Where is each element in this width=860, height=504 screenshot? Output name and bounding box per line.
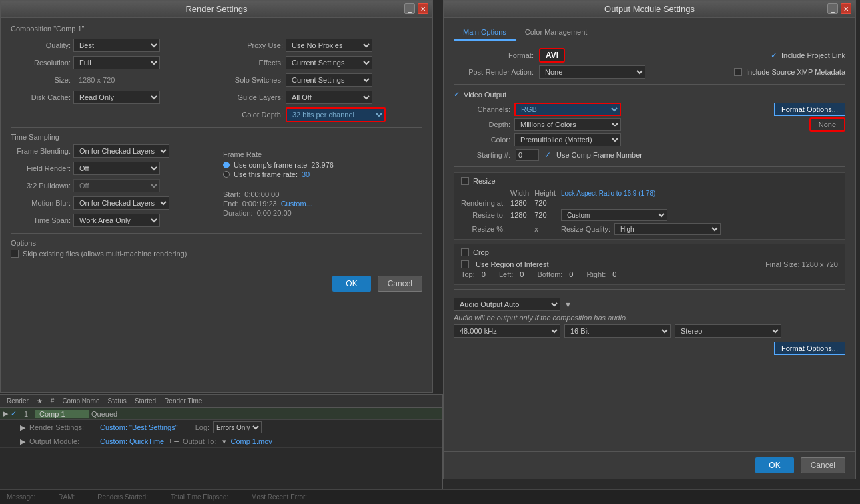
om-video-output-header: ✓ Video Output [454, 90, 845, 99]
output-module-title: Output Module Settings [604, 4, 695, 14]
render-settings-minimize-button[interactable]: _ [404, 3, 415, 14]
rs-options-title: Options [11, 239, 422, 247]
rs-pulldown-label: 3:2 Pulldown: [11, 182, 71, 190]
rq-col-render[interactable]: Render [3, 396, 33, 406]
rs-ok-button[interactable]: OK [332, 276, 370, 292]
om-video-output-label: Video Output [464, 91, 506, 99]
render-settings-dialog: Render Settings _ ✕ Composition "Comp 1"… [0, 0, 433, 393]
rq-col-started[interactable]: Started [131, 396, 160, 406]
rs-proxy-select[interactable]: Use No Proxies [286, 39, 372, 52]
om-tab-main[interactable]: Main Options [454, 25, 516, 41]
rq-output-value[interactable]: Custom: QuickTime [100, 437, 164, 445]
rs-timespan-label: Time Span: [11, 216, 71, 224]
om-resize-quality-select[interactable]: High [614, 223, 721, 235]
rs-fieldrender-select[interactable]: Off [73, 162, 160, 175]
rs-colordepth-select[interactable]: 32 bits per channel [286, 107, 386, 122]
om-color-select[interactable]: Premultiplied (Matted) [514, 133, 621, 146]
om-resize-checkbox[interactable] [461, 177, 469, 185]
om-resize-custom-select[interactable]: Custom [561, 209, 667, 221]
rq-output-to-arrow: ▾ [222, 437, 226, 446]
rs-use-comps-fps-radio[interactable] [223, 162, 230, 168]
rq-started-dash: – [141, 410, 145, 418]
rs-resolution-select[interactable]: Full [73, 56, 160, 69]
om-audio-auto-select[interactable]: Audio Output Auto [454, 298, 560, 311]
rs-motionblur-select[interactable]: On for Checked Layers [73, 196, 169, 210]
om-tab-color[interactable]: Color Management [516, 25, 597, 41]
rq-output-file[interactable]: Comp 1.mov [230, 437, 272, 445]
rq-col-star: ★ [33, 396, 47, 406]
rs-guide-label: Guide Layers: [223, 93, 283, 101]
om-ok-button[interactable]: OK [755, 457, 793, 473]
output-module-titlebar: Output Module Settings _ ✕ [444, 1, 855, 18]
om-roi-label: Use Region of Interest [476, 260, 548, 268]
rq-comp-name[interactable]: Comp 1 [35, 410, 89, 418]
rs-end-val: 0:00:19:23 [242, 200, 277, 208]
om-use-comp-frame-label: Use Comp Frame Number [556, 151, 642, 159]
rs-use-comps-fps-row[interactable]: Use comp's frame rate 23.976 [223, 161, 422, 169]
rs-use-this-fps-row[interactable]: Use this frame rate: 30 [223, 170, 422, 178]
rs-this-fps-val[interactable]: 30 [302, 170, 310, 178]
om-resize-quality-label: Resize Quality: [561, 225, 610, 233]
rs-frameblending-select[interactable]: On for Checked Layers [73, 144, 169, 158]
rs-effects-row: Effects: Current Settings [223, 55, 422, 70]
om-resize-x: x [534, 225, 556, 233]
rs-pulldown-select[interactable]: Off [73, 179, 160, 192]
render-settings-close-button[interactable]: ✕ [418, 3, 428, 14]
om-resize-label: Resize [473, 177, 496, 185]
rq-col-compname[interactable]: Comp Name [58, 396, 103, 406]
om-channels-select[interactable]: RGB [514, 103, 621, 116]
output-module-close-button[interactable]: ✕ [841, 3, 851, 14]
rq-settings-expand[interactable]: ▶ [20, 423, 25, 432]
rs-quality-select[interactable]: Best [73, 39, 160, 52]
rq-col-status[interactable]: Status [104, 396, 131, 406]
om-depth-select[interactable]: Millions of Colors [514, 118, 621, 131]
om-audio-dropdown-icon[interactable]: ▾ [566, 299, 570, 310]
rq-col-num[interactable]: # [47, 396, 59, 406]
om-rendering-w: 1280 [510, 199, 529, 207]
om-rendering-h: 720 [534, 199, 556, 207]
rq-log-select[interactable]: Errors Only [213, 421, 262, 433]
om-cancel-button[interactable]: Cancel [801, 457, 845, 473]
om-format-label: Format: [454, 51, 534, 59]
rs-diskcache-select[interactable]: Read Only [73, 91, 160, 104]
om-resize-section: Resize Width Height Lock Aspect Ratio to… [454, 172, 845, 240]
rs-timespan-select[interactable]: Work Area Only [73, 214, 160, 227]
om-format-options-button[interactable]: Format Options... [774, 103, 845, 116]
om-audio-channels-select[interactable]: Stereo [675, 324, 781, 338]
om-bottom-val: 0 [569, 270, 573, 278]
rs-guide-row: Guide Layers: All Off [223, 90, 422, 105]
rs-effects-label: Effects: [223, 59, 283, 67]
rq-expand-icon[interactable]: ▶ [3, 409, 8, 418]
om-audio-format-options-button[interactable]: Format Options... [774, 342, 845, 355]
rq-log-label: Log: [195, 423, 209, 431]
rq-check-icon[interactable]: ✓ [11, 409, 17, 418]
rs-skip-existing-checkbox[interactable] [11, 250, 19, 258]
om-depth-row: Depth: Millions of Colors None [454, 118, 845, 131]
output-module-minimize-button[interactable]: _ [827, 3, 838, 14]
rs-framerate-title: Frame Rate [223, 150, 422, 158]
rs-skip-existing-row: Skip existing files (allows multi-machin… [11, 250, 422, 258]
om-crop-section: Crop Use Region of Interest Final Size: … [454, 244, 845, 285]
rq-output-expand[interactable]: ▶ [20, 437, 25, 446]
rs-effects-select[interactable]: Current Settings [286, 56, 372, 69]
rs-guide-select[interactable]: All Off [286, 91, 372, 104]
om-audio-hz-select[interactable]: 48.000 kHz [454, 324, 560, 338]
om-include-xmp-checkbox[interactable] [734, 68, 742, 76]
rs-use-this-fps-radio[interactable] [223, 171, 230, 178]
render-settings-title: Render Settings [185, 4, 247, 14]
om-postrender-select[interactable]: None [539, 65, 645, 79]
rq-plus-button[interactable]: + [168, 437, 173, 446]
om-roi-checkbox[interactable] [461, 260, 469, 268]
rq-settings-value[interactable]: Custom: "Best Settings" [100, 423, 178, 431]
rs-motionblur-row: Motion Blur: On for Checked Layers [11, 196, 210, 210]
rs-duration-val: 0:00:20:00 [257, 209, 292, 217]
rs-custom-link[interactable]: Custom... [281, 200, 312, 208]
rq-minus-button[interactable]: – [174, 437, 179, 446]
om-audio-bit-select[interactable]: 16 Bit [564, 324, 671, 338]
rs-solo-select[interactable]: Current Settings [286, 73, 372, 87]
om-starting-input[interactable] [516, 149, 539, 161]
om-crop-checkbox[interactable] [461, 248, 469, 256]
rq-col-rendertime[interactable]: Render Time [160, 396, 206, 406]
rs-cancel-button[interactable]: Cancel [378, 276, 422, 292]
status-renders-label: Renders Started: [97, 493, 148, 501]
